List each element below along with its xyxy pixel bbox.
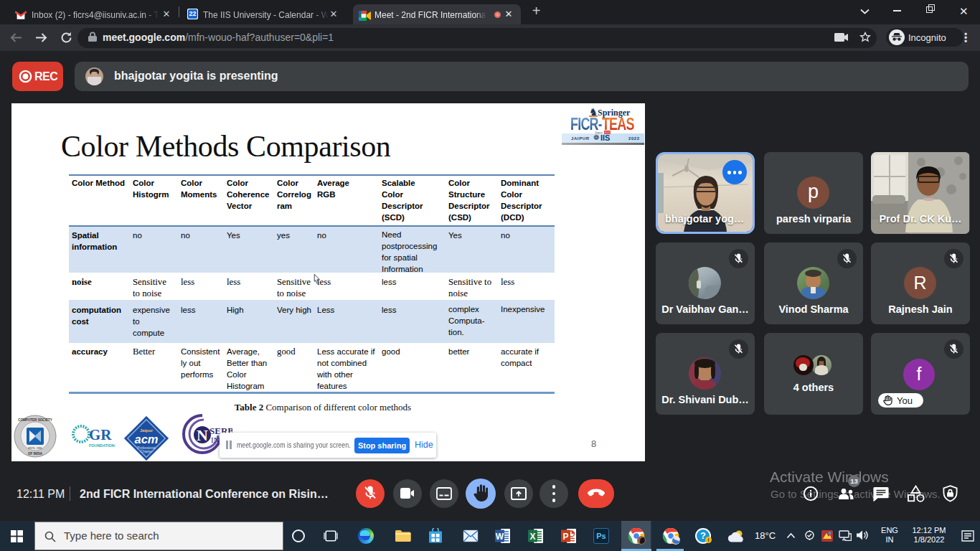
svg-text:FOUNDATION: FOUNDATION bbox=[89, 443, 115, 448]
svg-text:OF INDIA: OF INDIA bbox=[28, 452, 43, 456]
svg-text:acm: acm bbox=[134, 433, 158, 446]
svg-text:W: W bbox=[496, 532, 504, 542]
svg-text:Chapter: Chapter bbox=[141, 450, 153, 453]
svg-text:Professional: Professional bbox=[137, 446, 155, 450]
svg-text:COMPUTER SOCIETY: COMPUTER SOCIETY bbox=[18, 418, 52, 422]
svg-text:GR: GR bbox=[89, 426, 112, 443]
svg-text:ESTD. 1965: ESTD. 1965 bbox=[28, 447, 42, 450]
svg-text:N: N bbox=[197, 426, 208, 444]
svg-text:X: X bbox=[529, 532, 535, 542]
svg-text:P: P bbox=[562, 532, 568, 542]
